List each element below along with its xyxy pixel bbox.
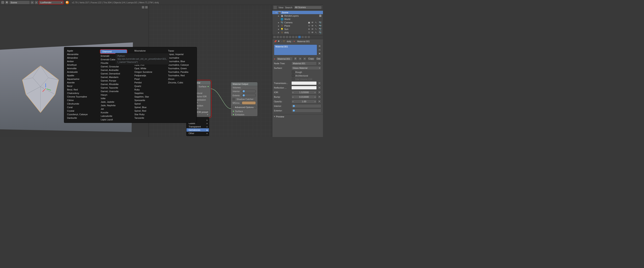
preset-item[interactable]: Quartz <box>134 85 161 88</box>
material-browse-icon[interactable]: ● <box>274 58 276 60</box>
tab-modifiers[interactable] <box>292 36 295 39</box>
add-scene-button[interactable]: + <box>30 1 34 4</box>
remove-scene-button[interactable]: × <box>34 1 38 4</box>
tab-render[interactable] <box>273 36 276 39</box>
preview-panel-header[interactable]: Preview <box>272 114 323 119</box>
scene-datablock-icon[interactable]: ❖ <box>5 1 9 4</box>
preset-item[interactable]: Chalcedony <box>66 92 94 95</box>
preset-item[interactable]: Chrome Tourmaline <box>66 95 94 98</box>
preset-item[interactable]: Amber <box>66 60 94 63</box>
expand-icon[interactable]: ▸ <box>278 15 280 17</box>
outliner-scene-row[interactable]: ▾ 🎬 Scene <box>272 11 323 14</box>
ior-cat-other[interactable]: Other <box>186 132 209 135</box>
preset-item[interactable]: Opal, White <box>134 67 161 70</box>
preset-item[interactable]: Tourmaline, Green <box>167 67 194 70</box>
preset-item[interactable]: Lapis Lazuli <box>100 118 127 121</box>
preset-item[interactable]: Topaz, Imperial <box>167 53 194 56</box>
preset-item[interactable]: Garnet, Andradite <box>100 69 127 72</box>
breadcrumb-material[interactable]: Material.001 <box>297 40 310 43</box>
render-result-icon[interactable]: 🖼 <box>319 14 322 17</box>
preset-item[interactable]: Tanzanite <box>134 116 161 119</box>
preset-item[interactable]: Beryl, Red <box>66 88 94 91</box>
preset-item[interactable]: Zircon <box>167 78 194 81</box>
visibility-eye-icon[interactable]: 👁 <box>311 31 314 34</box>
tab-particles[interactable] <box>304 36 307 39</box>
visibility-eye-icon[interactable]: 👁 <box>311 25 314 27</box>
selectable-icon[interactable]: ↖ <box>315 25 318 27</box>
fake-user-button[interactable]: F <box>294 57 298 61</box>
preset-item[interactable]: Beryl <box>66 85 94 88</box>
preset-item[interactable]: Star Ruby <box>134 113 161 116</box>
architectural-checkbox[interactable] <box>292 74 294 77</box>
node-header[interactable]: Material Output <box>231 82 258 86</box>
preset-item[interactable]: Agate <box>66 49 94 52</box>
tab-data[interactable] <box>295 36 298 39</box>
rough-checkbox[interactable] <box>292 71 294 73</box>
selectable-icon[interactable]: ↖ <box>315 31 318 34</box>
surface-output-socket[interactable] <box>207 86 209 87</box>
preset-item[interactable]: Kunzite <box>100 111 127 114</box>
expand-icon[interactable]: ▸ <box>278 21 280 24</box>
expand-icon[interactable]: ▸ <box>278 28 280 31</box>
preset-item[interactable]: Garnet, Mandarin <box>100 76 127 79</box>
scene-name-field[interactable]: Scene <box>9 1 30 4</box>
bump-node-button[interactable]: • <box>318 95 321 99</box>
preset-item[interactable]: Pearl <box>134 78 161 81</box>
add-material-button[interactable]: + <box>298 57 302 61</box>
use-volume-ior-checkbox[interactable] <box>292 78 294 81</box>
opacity-node-button[interactable]: • <box>318 100 321 103</box>
preset-item[interactable]: Spinel, Red <box>134 109 161 112</box>
preset-item[interactable]: Crysoberyl, Catseye <box>66 113 94 116</box>
outliner-renderlayers-row[interactable]: ▸ ▦ RenderLayers 🖼 <box>272 14 323 18</box>
preset-item[interactable]: Tourmaline, Catseye <box>167 63 194 66</box>
mgroup-field[interactable] <box>242 101 256 105</box>
preset-item[interactable]: Clinohumite <box>66 102 94 105</box>
selectable-icon[interactable]: ↖ <box>315 21 318 24</box>
preset-item[interactable]: Moonstone <box>134 49 161 52</box>
render-icon[interactable]: 📷 <box>319 25 322 27</box>
tab-world[interactable] <box>282 36 285 39</box>
mesh-data-icon[interactable]: ▽ <box>308 31 310 34</box>
viewport-plus-icon[interactable] <box>142 6 144 9</box>
ior-cat-transparent[interactable]: Transparent <box>186 125 209 128</box>
pin-icon[interactable]: 📌 <box>274 40 277 43</box>
breadcrumb-object[interactable]: dobj <box>287 40 291 43</box>
preset-item[interactable]: Iolite <box>100 97 127 100</box>
view-menu[interactable]: View <box>278 6 284 9</box>
preset-item[interactable]: Amethyst <box>66 63 94 66</box>
tab-physics[interactable] <box>307 36 310 39</box>
tab-scene[interactable] <box>279 36 282 39</box>
preset-item[interactable]: Tourmaline, Red <box>167 74 194 77</box>
render-icon[interactable]: 📷 <box>319 31 322 34</box>
unlink-nodetree-button[interactable]: × <box>318 62 321 65</box>
material-name-field[interactable]: Material.001 <box>276 57 293 61</box>
preset-item[interactable]: Garnet, Grossular <box>100 65 127 68</box>
preset-item[interactable]: Coral <box>66 106 94 109</box>
info-editor-icon[interactable]: ⓘ <box>1 1 4 4</box>
selectable-icon[interactable]: ↖ <box>315 28 318 31</box>
outliner-filter-dropdown[interactable]: All Scenes <box>294 6 322 9</box>
emission-input-socket[interactable] <box>232 114 234 115</box>
expand-icon[interactable]: ▸ <box>278 25 280 27</box>
tab-constraints[interactable] <box>289 36 292 39</box>
preset-item[interactable]: Sapphire <box>134 92 161 95</box>
ior-node-button[interactable]: • <box>318 90 321 94</box>
preset-item[interactable]: Ammolite <box>66 67 94 70</box>
ior-cat-gemstones[interactable]: Gemstones <box>186 128 209 132</box>
render-icon[interactable]: 📷 <box>319 21 322 24</box>
preset-item[interactable]: Jade, Nephrite <box>100 104 127 107</box>
preset-item[interactable]: Jet <box>100 108 127 110</box>
preset-item[interactable]: Peridot <box>134 81 161 84</box>
transmission-node-button[interactable]: • <box>318 81 321 85</box>
outliner-sun-row[interactable]: ▸ 💡 Sun ☀ 👁 ↖ 📷 <box>272 28 323 31</box>
preset-item[interactable]: Apatite <box>66 74 94 77</box>
preset-item[interactable]: Garnet, Uvarovite <box>100 90 127 93</box>
camera-data-icon[interactable]: ▣ <box>308 21 310 24</box>
preset-item[interactable]: Padparadja <box>134 74 161 77</box>
exterior-volume-field[interactable] <box>291 109 321 113</box>
unlink-material-button[interactable]: × <box>303 57 306 61</box>
search-menu[interactable]: Search <box>285 6 292 9</box>
ior-value-field[interactable]: 1.520000 <box>291 90 317 94</box>
expand-icon[interactable]: ▾ <box>275 11 277 14</box>
preset-item[interactable]: Crystal <box>66 109 94 112</box>
